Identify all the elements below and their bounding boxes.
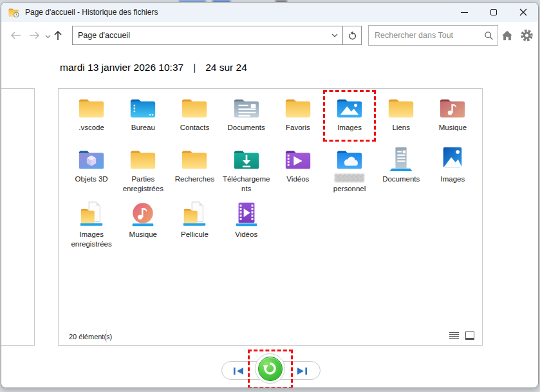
folder-icon [386,94,416,121]
file-item-t-l-chargements[interactable]: Téléchargements [221,145,272,194]
previous-icon [232,367,245,375]
file-item-label: Contacts [180,123,209,133]
folder-icon [180,145,209,173]
file-item-label: Vidéos [235,230,257,239]
home-icon [501,30,513,41]
file-item-label: Favoris [286,123,310,133]
minimize-icon [461,12,468,13]
file-item-label: .vscode [79,123,104,133]
title-bar: Page d'accueil - Historique des fichiers [1,3,538,22]
restore-button[interactable] [258,357,283,381]
previous-snapshot-panel-edge [1,88,35,346]
library-documents-icon [386,145,416,173]
folder-music-icon [438,94,467,121]
back-button[interactable] [9,31,22,40]
library-saved-pictures-icon [77,201,106,228]
close-button[interactable] [508,3,538,22]
file-item-musique[interactable]: Musique [117,201,169,239]
folder-videos-icon [283,145,313,173]
file-item-label: Images enregistrées [66,230,116,249]
file-item-label: Images [337,123,362,133]
snapshot-content-panel: .vscodeBureauContactsDocumentsFavorisIma… [58,88,483,346]
file-item-images[interactable]: Images [324,94,375,133]
file-item-label: Objets 3D [75,174,108,184]
file-grid: .vscodeBureauContactsDocumentsFavorisIma… [66,94,479,249]
folder-documents-icon [232,94,261,121]
redacted-text [335,174,364,182]
file-item-label: Musique [439,123,467,133]
folder-onedrive-icon [335,145,364,173]
up-arrow-icon [53,30,62,41]
home-button[interactable] [501,30,513,41]
address-bar [72,26,343,45]
file-item-musique[interactable]: Musique [427,94,478,133]
screen: { "titlebar": { "title": "Page d'accueil… [0,0,540,392]
file-item-recherches[interactable]: Recherches [169,145,220,184]
search-icon[interactable] [479,31,498,41]
file-item-pellicule[interactable]: Pellicule [169,201,220,239]
file-item-label: Parties enregistrées [118,174,168,194]
file-item-contacts[interactable]: Contacts [169,94,220,133]
file-item-documents[interactable]: Documents [375,145,427,184]
address-dropdown-button[interactable] [327,26,342,44]
file-item-bureau[interactable]: Bureau [117,94,169,133]
file-item-label: Images [441,174,465,184]
back-arrow-icon [9,31,22,40]
previous-snapshot-button[interactable] [231,366,245,375]
up-button[interactable] [53,30,62,41]
file-item-label: Vidéos [286,174,309,184]
file-item-vscode[interactable]: .vscode [66,94,117,133]
refresh-button[interactable] [342,26,362,45]
snapshot-date: mardi 13 janvier 2026 10:37 [60,62,183,73]
file-item-label: personnel [333,184,366,194]
navigation-toolbar [1,22,538,51]
recent-locations-button[interactable] [45,35,51,39]
close-icon [519,8,527,16]
gear-icon [520,29,534,42]
file-history-window: Page d'accueil - Historique des fichiers [1,2,539,388]
chevron-down-icon [45,35,51,39]
settings-button[interactable] [520,29,534,42]
file-history-app-icon [8,7,20,18]
file-item-label: Liens [392,123,410,133]
file-item-label: Documents [382,174,420,184]
next-snapshot-button[interactable] [295,366,309,375]
file-item-images-enregistr-es[interactable]: Images enregistrées [66,201,117,249]
window-title: Page d'accueil - Historique des fichiers [25,8,158,17]
folder-downloads-icon [232,145,261,173]
forward-button[interactable] [28,31,41,40]
snapshot-header: mardi 13 janvier 2026 10:37 | 24 sur 24 [60,62,247,73]
chevron-down-icon [331,33,338,37]
next-icon [296,367,308,375]
file-item-vid-os[interactable]: Vidéos [272,145,324,184]
file-item-images[interactable]: Images [427,145,478,184]
folder-icon [180,94,209,121]
library-pictures-icon [438,145,467,173]
address-input[interactable] [73,31,327,40]
statusbar-divider [106,330,107,342]
folder-icon [283,94,313,121]
file-item-label: Pellicule [181,230,209,239]
file-item-personnel[interactable]: personnel [324,145,375,194]
icons-view-button[interactable] [465,331,474,340]
library-videos-icon [232,201,261,228]
search-input[interactable] [369,31,479,40]
file-item-favoris[interactable]: Favoris [272,94,324,133]
file-item-liens[interactable]: Liens [375,94,427,133]
folder-icon [77,94,106,121]
folder-pictures-icon [335,94,364,121]
file-item-parties-enregistr-es[interactable]: Parties enregistrées [117,145,169,194]
minimize-button[interactable] [449,3,479,22]
maximize-button[interactable] [479,3,508,22]
library-music-icon [128,201,158,228]
file-item-documents[interactable]: Documents [221,94,272,133]
refresh-icon [348,31,357,41]
search-bar [368,25,498,46]
file-item-label: Documents [228,123,265,133]
folder-icon [128,145,158,173]
maximize-icon [490,9,497,15]
details-view-button[interactable] [449,332,459,340]
restore-button-pad [255,353,285,384]
file-item-vid-os[interactable]: Vidéos [221,201,272,239]
file-item-objets-3d[interactable]: Objets 3D [66,145,117,184]
